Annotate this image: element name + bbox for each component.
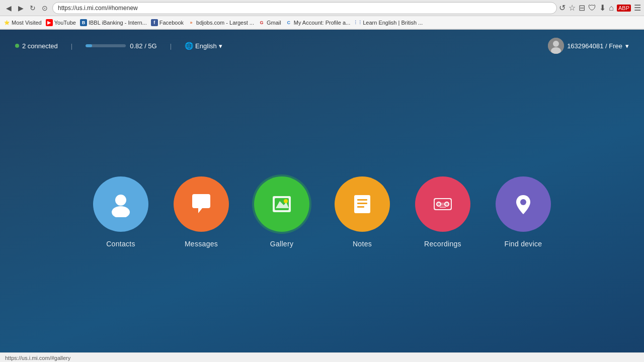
svg-point-1 bbox=[553, 41, 559, 47]
app-notes[interactable]: Notes bbox=[335, 176, 390, 248]
browser-toolbar: ◀ ▶ ↻ ⊙ ↺ ☆ ⊟ 🛡 ⬇ ⌂ ABP ☰ bbox=[0, 0, 644, 16]
ibbl-label: IBBL iBanking - Intern... bbox=[89, 20, 147, 26]
recordings-icon-circle bbox=[415, 176, 470, 232]
svg-rect-12 bbox=[357, 206, 364, 208]
user-dropdown-icon: ▾ bbox=[625, 42, 629, 50]
youtube-label: YouTube bbox=[54, 20, 76, 26]
svg-rect-10 bbox=[357, 199, 367, 201]
storage-bar-container: 0.82 / 5G bbox=[86, 42, 156, 50]
find-device-icon-circle bbox=[496, 176, 551, 232]
myaccount-label: My Account: Profile a... bbox=[294, 20, 351, 26]
connected-status: 2 connected bbox=[15, 42, 58, 50]
notes-icon bbox=[349, 191, 375, 217]
status-url: https://us.i.mi.com/#gallery bbox=[5, 355, 70, 361]
back-button[interactable]: ◀ bbox=[3, 3, 14, 14]
contacts-label: Contacts bbox=[106, 240, 135, 248]
storage-bar bbox=[86, 44, 126, 47]
most-visited-icon: ⭐ bbox=[3, 19, 10, 26]
user-info[interactable]: 1632964081 / Free ▾ bbox=[548, 38, 629, 54]
toolbar-right: ↺ ☆ ⊟ 🛡 ⬇ ⌂ ABP ☰ bbox=[559, 3, 641, 13]
address-bar[interactable] bbox=[52, 2, 557, 14]
bookmark-facebook[interactable]: f Facebook bbox=[151, 19, 184, 26]
recordings-label: Recordings bbox=[424, 240, 461, 248]
globe-icon: 🌐 bbox=[185, 42, 193, 50]
find-device-icon bbox=[510, 191, 536, 217]
download-icon[interactable]: ⬇ bbox=[599, 3, 606, 13]
bdjobs-icon: » bbox=[188, 19, 195, 26]
app-find-device[interactable]: Find device bbox=[496, 176, 551, 248]
language-text: English bbox=[195, 42, 217, 50]
top-bar-right: 1632964081 / Free ▾ bbox=[548, 38, 629, 54]
bookmark-ibbl[interactable]: B IBBL iBanking - Intern... bbox=[80, 19, 147, 26]
refresh-button[interactable]: ↻ bbox=[27, 3, 38, 14]
messages-label: Messages bbox=[185, 240, 218, 248]
find-device-label: Find device bbox=[505, 240, 542, 248]
bookmark-myaccount[interactable]: C My Account: Profile a... bbox=[285, 19, 351, 26]
top-bar: 2 connected | 0.82 / 5G | 🌐 English ▾ bbox=[0, 30, 644, 62]
bookmarks-bar: ⭐ Most Visited ▶ YouTube B IBBL iBanking… bbox=[0, 16, 644, 29]
svg-point-8 bbox=[284, 199, 288, 203]
bookmark-list-icon[interactable]: ⊟ bbox=[579, 3, 585, 13]
facebook-icon: f bbox=[151, 19, 158, 26]
shield-icon: 🛡 bbox=[588, 4, 596, 13]
learnenglish-label: Learn English | British ... bbox=[363, 20, 423, 26]
gallery-icon bbox=[269, 191, 295, 217]
bookmark-gmail[interactable]: G Gmail bbox=[258, 19, 281, 26]
recordings-icon bbox=[430, 191, 456, 217]
home-button[interactable]: ⊙ bbox=[39, 3, 50, 14]
app-messages[interactable]: Messages bbox=[174, 176, 229, 248]
top-bar-left: 2 connected | 0.82 / 5G | 🌐 English ▾ bbox=[15, 42, 222, 50]
bookmark-star-icon[interactable]: ☆ bbox=[569, 3, 576, 13]
storage-fill bbox=[86, 44, 92, 47]
storage-text: 0.82 / 5G bbox=[130, 42, 156, 50]
reload-icon[interactable]: ↺ bbox=[559, 3, 566, 13]
bookmark-learnenglish[interactable]: ⋮⋮ Learn English | British ... bbox=[354, 19, 423, 26]
myaccount-icon: C bbox=[285, 19, 292, 26]
lang-dropdown-icon: ▾ bbox=[219, 42, 222, 50]
separator-2: | bbox=[170, 42, 172, 50]
notes-icon-circle bbox=[335, 176, 390, 232]
svg-point-3 bbox=[115, 195, 126, 206]
bdjobs-label: bdjobs.com - Largest ... bbox=[196, 20, 254, 26]
learnenglish-icon: ⋮⋮ bbox=[354, 19, 361, 26]
messages-icon-circle bbox=[174, 176, 229, 232]
menu-icon[interactable]: ☰ bbox=[634, 3, 641, 13]
bookmark-youtube[interactable]: ▶ YouTube bbox=[46, 19, 76, 26]
connected-text: 2 connected bbox=[22, 42, 58, 50]
gallery-icon-circle bbox=[254, 176, 309, 232]
gallery-label: Gallery bbox=[270, 240, 293, 248]
abp-icon[interactable]: ABP bbox=[617, 5, 631, 12]
separator-1: | bbox=[71, 42, 72, 50]
app-recordings[interactable]: Recordings bbox=[415, 176, 470, 248]
svg-point-21 bbox=[520, 199, 526, 205]
messages-icon bbox=[188, 191, 214, 217]
gmail-icon: G bbox=[258, 19, 265, 26]
bookmark-most-visited[interactable]: ⭐ Most Visited bbox=[3, 19, 42, 26]
svg-rect-11 bbox=[357, 203, 367, 204]
contacts-icon-circle bbox=[93, 176, 148, 232]
app-gallery[interactable]: Gallery bbox=[254, 176, 309, 248]
connected-dot bbox=[15, 44, 19, 48]
bookmark-bdjobs[interactable]: » bdjobs.com - Largest ... bbox=[188, 19, 254, 26]
app-contacts[interactable]: Contacts bbox=[93, 176, 148, 248]
browser-chrome: ◀ ▶ ↻ ⊙ ↺ ☆ ⊟ 🛡 ⬇ ⌂ ABP ☰ ⭐ Most Visited… bbox=[0, 0, 644, 30]
icons-container: Contacts Messages bbox=[0, 62, 644, 362]
home-icon[interactable]: ⌂ bbox=[609, 4, 614, 13]
language-selector[interactable]: 🌐 English ▾ bbox=[185, 42, 222, 50]
gmail-label: Gmail bbox=[267, 20, 281, 26]
app-content: 2 connected | 0.82 / 5G | 🌐 English ▾ bbox=[0, 30, 644, 362]
username-text: 1632964081 / Free bbox=[567, 42, 622, 50]
youtube-icon: ▶ bbox=[46, 19, 53, 26]
contacts-icon bbox=[108, 191, 134, 217]
forward-button[interactable]: ▶ bbox=[15, 3, 26, 14]
svg-rect-20 bbox=[440, 207, 446, 208]
nav-buttons: ◀ ▶ ↻ ⊙ bbox=[3, 3, 50, 14]
avatar bbox=[548, 38, 564, 54]
svg-rect-19 bbox=[437, 203, 449, 206]
status-bar: https://us.i.mi.com/#gallery bbox=[0, 352, 644, 362]
notes-label: Notes bbox=[353, 240, 372, 248]
most-visited-label: Most Visited bbox=[12, 20, 42, 26]
svg-point-4 bbox=[112, 206, 130, 217]
facebook-label: Facebook bbox=[159, 20, 184, 26]
icons-grid: Contacts Messages bbox=[93, 176, 551, 248]
